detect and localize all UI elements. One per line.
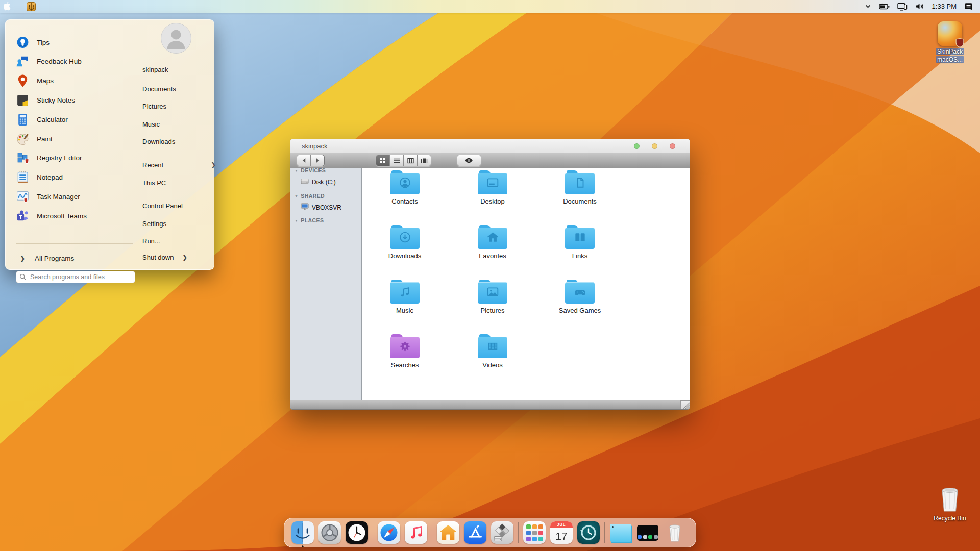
document-glyph-icon bbox=[573, 177, 587, 191]
folder-music[interactable]: Music bbox=[369, 280, 440, 328]
folder-icon bbox=[565, 170, 595, 194]
folder-searches[interactable]: Searches bbox=[369, 334, 440, 382]
start-app-calculator[interactable]: Calculator bbox=[15, 110, 132, 129]
feedback-hub-icon bbox=[15, 54, 30, 69]
window-body: ▼DEVICESDisk (C:)▼SHAREDVBOXSVR▼PLACES C… bbox=[290, 168, 690, 400]
dock-calendar-icon[interactable]: JUL17 bbox=[550, 521, 573, 544]
dock-finder-icon[interactable]: ▲ bbox=[291, 521, 314, 544]
forward-button[interactable] bbox=[311, 155, 324, 166]
resize-grip[interactable] bbox=[680, 400, 690, 409]
start-place-run[interactable]: Run... bbox=[142, 235, 209, 247]
folder-documents[interactable]: Documents bbox=[544, 170, 616, 218]
start-place-this-pc[interactable]: This PC bbox=[142, 177, 209, 189]
disk-icon bbox=[301, 178, 312, 186]
dock-trash-icon[interactable] bbox=[664, 521, 686, 544]
folder-favorites[interactable]: Favorites bbox=[457, 225, 528, 273]
finder-icon bbox=[27, 2, 36, 11]
sidebar-section-shared[interactable]: ▼SHARED bbox=[295, 193, 325, 199]
start-place-downloads[interactable]: Downloads bbox=[142, 136, 209, 148]
dock-music-icon[interactable] bbox=[405, 521, 427, 544]
start-app-feedback-hub[interactable]: Feedback Hub bbox=[15, 52, 132, 71]
start-app-paint[interactable]: Paint bbox=[15, 129, 132, 148]
folder-icon bbox=[565, 225, 595, 249]
start-app-maps[interactable]: Maps bbox=[15, 71, 132, 91]
folder-desktop[interactable]: Desktop bbox=[457, 170, 528, 218]
traffic-light-yellow[interactable] bbox=[652, 143, 657, 149]
start-app-microsoft-teams[interactable]: Microsoft Teams bbox=[15, 206, 132, 226]
picture-glyph-icon bbox=[486, 286, 500, 300]
dock-window-light-icon[interactable] bbox=[609, 521, 632, 544]
coverflow-view-button[interactable] bbox=[418, 155, 431, 166]
menu-bar: 1:33 PM bbox=[0, 0, 980, 13]
dock-window-dark-icon[interactable] bbox=[636, 521, 659, 544]
folder-videos[interactable]: Videos bbox=[457, 334, 528, 382]
start-place-documents[interactable]: Documents bbox=[142, 83, 209, 95]
display-cast-icon bbox=[897, 3, 908, 11]
book-glyph-icon bbox=[573, 231, 587, 245]
coverflow-view-icon bbox=[421, 158, 428, 164]
start-app-sticky-notes[interactable]: Sticky Notes bbox=[15, 90, 132, 110]
traffic-light-red[interactable] bbox=[670, 143, 675, 149]
shut-down-button[interactable]: Shut down ❯ bbox=[142, 251, 204, 264]
dock-clock-icon[interactable] bbox=[346, 521, 368, 544]
dock-skinpack-app-icon[interactable] bbox=[491, 521, 513, 544]
start-place-settings[interactable]: Settings bbox=[142, 217, 209, 230]
desktop-icon-recycle-bin[interactable]: Recycle Bin bbox=[928, 486, 972, 522]
gear-glyph-icon bbox=[398, 340, 412, 355]
start-place-recent[interactable]: Recent❯ bbox=[142, 159, 209, 171]
folder-pictures[interactable]: Pictures bbox=[457, 280, 528, 328]
list-view-button[interactable] bbox=[390, 155, 404, 166]
sidebar-item-disk-c[interactable]: Disk (C:) bbox=[301, 178, 336, 186]
apple-menu[interactable] bbox=[0, 0, 15, 13]
dock-divider bbox=[432, 522, 432, 543]
back-button[interactable] bbox=[297, 155, 311, 166]
search-input[interactable] bbox=[29, 273, 132, 281]
folder-links[interactable]: Links bbox=[544, 225, 616, 273]
start-place-control-panel[interactable]: Control Panel bbox=[142, 200, 209, 212]
start-place-music[interactable]: Music bbox=[142, 118, 209, 130]
start-app-task-manager[interactable]: Task Manager bbox=[15, 187, 132, 206]
dock-launchpad-icon[interactable] bbox=[523, 521, 546, 544]
volume-tray-button[interactable] bbox=[911, 0, 928, 13]
calculator-icon bbox=[15, 112, 30, 127]
folder-saved-games[interactable]: Saved Games bbox=[544, 280, 616, 328]
person-icon bbox=[161, 23, 191, 53]
battery-tray-button[interactable] bbox=[875, 0, 894, 13]
dock-time-machine-icon[interactable] bbox=[577, 521, 600, 544]
start-app-registry-editor[interactable]: Registry Editor bbox=[15, 148, 132, 168]
desktop-icon-skinpack-macos[interactable]: SkinPack macOS... bbox=[928, 21, 972, 64]
traffic-light-green[interactable] bbox=[634, 143, 640, 149]
film-glyph-icon bbox=[486, 340, 500, 355]
folder-downloads[interactable]: Downloads bbox=[369, 225, 440, 273]
user-name[interactable]: skinpack bbox=[142, 66, 168, 73]
calendar-month: JUL bbox=[550, 521, 573, 528]
start-app-notepad[interactable]: Notepad bbox=[15, 168, 132, 187]
window-title-bar[interactable]: skinpack bbox=[290, 139, 690, 153]
dock-home-icon[interactable] bbox=[437, 521, 459, 544]
sidebar-section-devices[interactable]: ▼DEVICES bbox=[295, 167, 326, 173]
dock-system-settings-icon[interactable] bbox=[318, 521, 341, 544]
search-box[interactable] bbox=[16, 271, 135, 283]
user-avatar[interactable] bbox=[161, 23, 191, 54]
chevron-right-icon: ❯ bbox=[211, 161, 216, 168]
start-menu: TipsFeedback HubMapsSticky NotesCalculat… bbox=[5, 19, 214, 270]
column-view-button[interactable] bbox=[404, 155, 418, 166]
icon-view-button[interactable] bbox=[376, 155, 390, 166]
clock-time[interactable]: 1:33 PM bbox=[928, 3, 961, 10]
folder-contacts[interactable]: Contacts bbox=[369, 170, 440, 218]
sidebar-item-vboxsvr[interactable]: VBOXSVR bbox=[301, 203, 341, 212]
chevron-right-icon: ❯ bbox=[182, 254, 187, 261]
dock-app-store-icon[interactable] bbox=[464, 521, 486, 544]
tray-chevron-button[interactable] bbox=[861, 0, 875, 13]
notification-center-button[interactable] bbox=[961, 0, 980, 13]
quick-look-button[interactable] bbox=[457, 155, 481, 166]
window-title: skinpack bbox=[302, 142, 328, 150]
sidebar-section-places[interactable]: ▼PLACES bbox=[295, 217, 324, 223]
dock-safari-icon[interactable] bbox=[378, 521, 400, 544]
start-place-pictures[interactable]: Pictures bbox=[142, 101, 209, 113]
cast-tray-button[interactable] bbox=[894, 0, 911, 13]
status-bar bbox=[290, 400, 690, 409]
finder-menubar-button[interactable] bbox=[15, 0, 39, 13]
start-app-tips[interactable]: Tips bbox=[15, 33, 132, 52]
all-programs-button[interactable]: ❯ All Programs bbox=[15, 251, 132, 266]
